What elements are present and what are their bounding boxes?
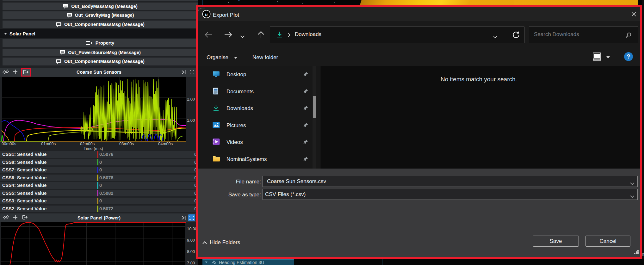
- svg-text:u: u: [205, 12, 207, 17]
